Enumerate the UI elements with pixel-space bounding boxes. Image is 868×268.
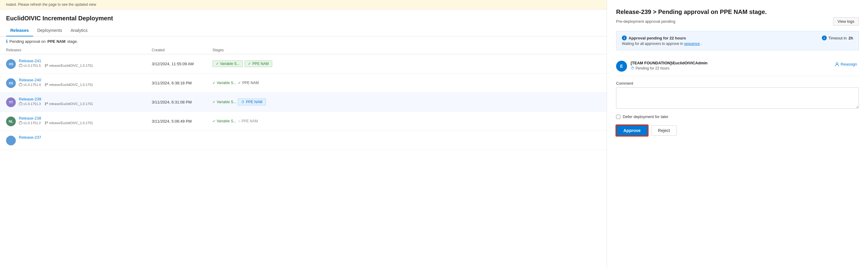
version: v1.0.1751.2 (19, 121, 41, 125)
stage-text-1: ✓ Variable S... (212, 81, 236, 85)
svg-rect-8 (19, 103, 22, 105)
info-circle-icon: i (622, 35, 627, 40)
version: v1.0.1751.4 (19, 83, 41, 87)
table-row: XS Release-240 v1.0.1751.4 release/Eucli… (0, 73, 607, 93)
branch: release/EuclidOIVC_1.0.1751 (44, 64, 93, 67)
stage-badge-2[interactable]: ✓ PPE NAM (245, 60, 272, 67)
avatar: XS (6, 78, 16, 88)
stages-cell: ✓ Variable S... ⏱ PPE NAM (212, 99, 600, 105)
approve-button[interactable]: Approve (616, 125, 648, 136)
release-link[interactable]: Release-240 (19, 78, 93, 82)
tab-analytics[interactable]: Analytics (66, 25, 92, 36)
avatar (6, 136, 16, 145)
release-link[interactable]: Release-241 (19, 59, 93, 63)
banner-text: inated. Please refresh the page to see t… (6, 2, 96, 7)
avatar: YT (6, 97, 16, 107)
svg-point-7 (47, 84, 48, 84)
approval-subtitle-row: Pre-deployment approval pending View log… (616, 17, 859, 26)
svg-point-1 (45, 64, 46, 65)
avatar: XS (6, 59, 16, 69)
svg-point-6 (45, 85, 46, 86)
version: v1.0.1751.3 (19, 102, 41, 106)
svg-point-13 (45, 122, 46, 123)
stages-cell: ✓ Variable S... ✓ PPE NAM (212, 60, 600, 67)
tab-deployments[interactable]: Deployments (33, 25, 66, 36)
version: v1.0.1751.5 (19, 64, 41, 67)
col-releases: Releases (6, 48, 152, 52)
tabs-bar: Releases Deployments Analytics (0, 25, 607, 36)
status-text-bold: PPE NAM (48, 39, 65, 44)
approval-subtitle: Pre-deployment approval pending (616, 19, 675, 24)
svg-rect-0 (19, 65, 22, 67)
approval-primary: i Approval pending for 22 hours (622, 35, 702, 40)
svg-point-11 (47, 102, 48, 103)
comment-label: Comment (616, 81, 859, 86)
avatar: NL (6, 117, 16, 126)
svg-rect-12 (19, 122, 22, 124)
svg-rect-4 (19, 84, 22, 86)
right-panel: Release-239 > Pending approval on PPE NA… (607, 0, 868, 268)
release-meta: v1.0.1751.5 release/EuclidOIVC_1.0.1751 (19, 64, 93, 67)
stage-badge-pending[interactable]: ⏱ PPE NAM (238, 99, 266, 105)
reassign-button[interactable]: Reassign (833, 61, 859, 68)
stages-cell: ✓ Variable S... ✓ PPE NAM (212, 81, 600, 85)
approver-row: E [TEAM FOUNDATION]\EuclidOIVICAdmin ⏱ P… (616, 56, 859, 76)
reject-button[interactable]: Reject (651, 125, 677, 136)
defer-checkbox[interactable] (616, 115, 620, 119)
approver-status: ⏱ Pending for 22 hours (631, 66, 708, 70)
approval-title: Release-239 > Pending approval on PPE NA… (616, 8, 859, 16)
page-title: EuclidOIVIC Incremental Deployment (0, 9, 607, 25)
svg-point-10 (45, 105, 46, 105)
info-icon: ℹ (6, 39, 8, 44)
status-text-prefix: Pending approval on (9, 39, 45, 44)
created-date: 3/12/2024, 11:55:09 AM (152, 62, 212, 66)
svg-point-2 (45, 66, 46, 67)
release-details: Release-239 v1.0.1751.3 release/EuclidOI… (19, 97, 93, 106)
view-logs-button[interactable]: View logs (833, 17, 859, 26)
approver-name: [TEAM FOUNDATION]\EuclidOIVICAdmin (631, 61, 708, 65)
left-panel: inated. Please refresh the page to see t… (0, 0, 607, 268)
approver-info: [TEAM FOUNDATION]\EuclidOIVICAdmin ⏱ Pen… (631, 61, 708, 70)
svg-point-16 (836, 62, 838, 64)
stages-cell: ✓ Variable S... ○ PPE NAM (212, 119, 600, 123)
stage-text-1: ✓ Variable S... (212, 100, 236, 104)
created-date: 3/11/2024, 6:31:08 PM (152, 100, 212, 105)
tab-releases[interactable]: Releases (6, 25, 33, 36)
approval-secondary: Waiting for all approvers to approve in … (622, 41, 702, 46)
approver-avatar: E (616, 61, 627, 71)
created-date: 3/11/2024, 6:38:18 PM (152, 81, 212, 85)
release-details: Release-240 v1.0.1751.4 release/EuclidOI… (19, 78, 93, 87)
table-row: Release-237 (0, 131, 607, 150)
svg-point-5 (45, 84, 46, 84)
defer-label: Defer deployment for later (623, 114, 668, 119)
release-link[interactable]: Release-237 (19, 135, 41, 140)
release-info: XS Release-241 v1.0.1751.5 release/Eucli… (6, 59, 152, 69)
table-row: YT Release-239 v1.0.1751.3 release/Eucli… (0, 93, 607, 112)
table-row: XS Release-241 v1.0.1751.5 release/Eucli… (0, 54, 607, 73)
release-details: Release-238 v1.0.1751.2 release/EuclidOI… (19, 116, 93, 125)
svg-point-15 (47, 122, 48, 123)
status-bar: ℹ Pending approval on PPE NAM stage. (0, 36, 607, 46)
approval-info-box: i Approval pending for 22 hours Waiting … (616, 31, 859, 50)
defer-row: Defer deployment for later (616, 114, 859, 119)
svg-point-3 (47, 64, 48, 65)
release-link[interactable]: Release-239 (19, 97, 93, 101)
comment-section: Comment (616, 81, 859, 110)
branch: release/EuclidOIVC_1.0.1751 (44, 121, 93, 125)
col-created: Created (152, 48, 212, 52)
stage-badge-1[interactable]: ✓ Variable S... (212, 60, 243, 67)
release-info: XS Release-240 v1.0.1751.4 release/Eucli… (6, 78, 152, 88)
release-meta: v1.0.1751.2 release/EuclidOIVC_1.0.1751 (19, 121, 93, 125)
stage-text-1: ✓ Variable S... (212, 119, 236, 123)
approval-timeout: i Timeout in 2h (822, 35, 853, 40)
branch: release/EuclidOIVC_1.0.1751 (44, 102, 93, 106)
branch: release/EuclidOIVC_1.0.1751 (44, 83, 93, 87)
approval-info-left: i Approval pending for 22 hours Waiting … (622, 35, 702, 46)
release-details: Release-237 (19, 135, 41, 140)
created-date: 3/11/2024, 5:06:49 PM (152, 119, 212, 123)
comment-textarea[interactable] (616, 87, 859, 109)
release-link[interactable]: Release-238 (19, 116, 93, 120)
timeout-icon: i (822, 35, 827, 40)
status-text-suffix: stage. (67, 39, 78, 44)
approver-left: E [TEAM FOUNDATION]\EuclidOIVICAdmin ⏱ P… (616, 61, 708, 71)
